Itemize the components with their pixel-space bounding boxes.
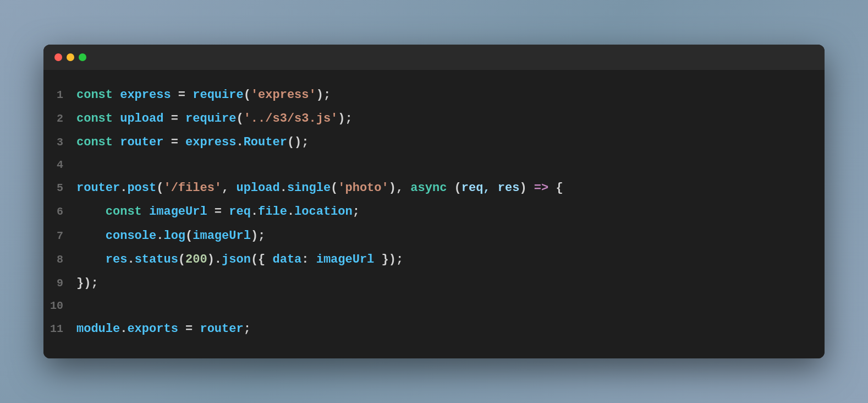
code-token: ), bbox=[389, 181, 411, 195]
line-number: 9 bbox=[43, 275, 76, 292]
code-token: . bbox=[120, 322, 127, 336]
code-token: 200 bbox=[185, 253, 207, 266]
code-token: ) bbox=[519, 181, 534, 195]
code-token: ); bbox=[316, 88, 331, 102]
code-token: require bbox=[185, 112, 236, 126]
code-token: json bbox=[222, 253, 251, 266]
code-token: const bbox=[76, 88, 120, 102]
code-token: = bbox=[163, 112, 185, 126]
line-number: 3 bbox=[43, 134, 76, 151]
code-token: , bbox=[222, 181, 236, 195]
code-token: module bbox=[76, 322, 120, 336]
line-content: router.post('/files', upload.single('pho… bbox=[76, 178, 563, 198]
line-number: 5 bbox=[43, 179, 76, 197]
code-token: post bbox=[127, 181, 156, 195]
code-token: const bbox=[76, 112, 120, 126]
code-token: { bbox=[548, 181, 563, 195]
code-token: . bbox=[156, 229, 163, 243]
code-token: status bbox=[135, 253, 178, 266]
code-line: 4 bbox=[43, 154, 825, 176]
code-window: 1const express = require('express');2con… bbox=[43, 45, 825, 359]
code-token: async bbox=[410, 181, 454, 195]
code-token: location bbox=[294, 205, 353, 219]
code-line: 2const upload = require('../s3/s3.js'); bbox=[43, 107, 825, 130]
maximize-button[interactable] bbox=[79, 53, 86, 61]
code-token: ( bbox=[156, 181, 163, 195]
code-token: ({ bbox=[251, 253, 273, 266]
titlebar bbox=[43, 45, 825, 70]
code-token: upload bbox=[236, 181, 279, 195]
line-number: 11 bbox=[43, 320, 76, 338]
code-token: Router bbox=[244, 135, 287, 149]
code-line: 1const express = require('express'); bbox=[43, 83, 825, 107]
code-token: = bbox=[163, 135, 185, 149]
code-token: . bbox=[120, 181, 127, 195]
code-token: . bbox=[251, 205, 258, 219]
line-content: const express = require('express'); bbox=[76, 85, 331, 105]
close-button[interactable] bbox=[54, 53, 62, 61]
code-token: upload bbox=[120, 112, 163, 126]
line-content: }); bbox=[76, 274, 98, 293]
line-content: const upload = require('../s3/s3.js'); bbox=[76, 109, 353, 128]
code-token: ). bbox=[207, 253, 222, 266]
line-content: module.exports = router; bbox=[76, 319, 251, 339]
code-token: '/files' bbox=[163, 181, 222, 195]
code-token: : bbox=[301, 253, 316, 266]
code-token: exports bbox=[127, 322, 178, 336]
code-token: const bbox=[106, 205, 149, 219]
code-token: file bbox=[258, 205, 287, 219]
code-token: '../s3/s3.js' bbox=[244, 112, 338, 126]
code-token: console bbox=[106, 229, 156, 243]
code-token: ); bbox=[338, 112, 352, 126]
code-token: => bbox=[534, 181, 548, 195]
line-content: console.log(imageUrl); bbox=[76, 226, 265, 246]
code-token: = bbox=[171, 88, 193, 102]
code-line: 8 res.status(200).json({ data: imageUrl … bbox=[43, 248, 825, 271]
code-token: router bbox=[200, 322, 243, 336]
code-token: router bbox=[76, 181, 120, 195]
code-token: }); bbox=[76, 276, 98, 290]
code-token: express bbox=[120, 88, 171, 102]
code-token: single bbox=[287, 181, 331, 195]
code-token: ( bbox=[185, 229, 193, 243]
code-token: ( bbox=[236, 112, 243, 126]
code-line: 7 console.log(imageUrl); bbox=[43, 224, 825, 248]
code-token: 'photo' bbox=[338, 181, 388, 195]
code-token: ( bbox=[331, 181, 338, 195]
code-token: log bbox=[163, 229, 185, 243]
code-token: data bbox=[272, 253, 301, 266]
code-token: ; bbox=[353, 205, 360, 219]
line-number: 2 bbox=[43, 110, 76, 128]
code-token: . bbox=[236, 135, 243, 149]
line-content: res.status(200).json({ data: imageUrl })… bbox=[76, 250, 403, 269]
line-number: 6 bbox=[43, 203, 76, 221]
code-token: ; bbox=[244, 322, 251, 336]
code-token: require bbox=[193, 88, 243, 102]
line-number: 8 bbox=[43, 251, 76, 269]
code-token: router bbox=[120, 135, 163, 149]
code-token: 'express' bbox=[251, 88, 316, 102]
line-number: 7 bbox=[43, 227, 76, 245]
line-number: 1 bbox=[43, 86, 76, 104]
code-token: . bbox=[287, 205, 294, 219]
code-token: = bbox=[207, 205, 229, 219]
code-line: 10 bbox=[43, 295, 825, 317]
code-token: . bbox=[127, 253, 134, 266]
code-line: 3const router = express.Router(); bbox=[43, 130, 825, 154]
code-token: const bbox=[76, 135, 120, 149]
code-area: 1const express = require('express');2con… bbox=[43, 70, 825, 359]
code-line: 9}); bbox=[43, 271, 825, 295]
code-line: 5router.post('/files', upload.single('ph… bbox=[43, 176, 825, 200]
code-token: req, res bbox=[462, 181, 520, 195]
code-line: 11module.exports = router; bbox=[43, 317, 825, 341]
code-token: (); bbox=[287, 135, 309, 149]
code-token: ( bbox=[244, 88, 251, 102]
code-token: req bbox=[229, 205, 251, 219]
code-token: imageUrl bbox=[193, 229, 251, 243]
code-token: express bbox=[185, 135, 236, 149]
line-content: const router = express.Router(); bbox=[76, 133, 309, 152]
code-token: ); bbox=[251, 229, 265, 243]
code-token: imageUrl bbox=[316, 253, 375, 266]
minimize-button[interactable] bbox=[67, 53, 74, 61]
code-line: 6 const imageUrl = req.file.location; bbox=[43, 200, 825, 224]
